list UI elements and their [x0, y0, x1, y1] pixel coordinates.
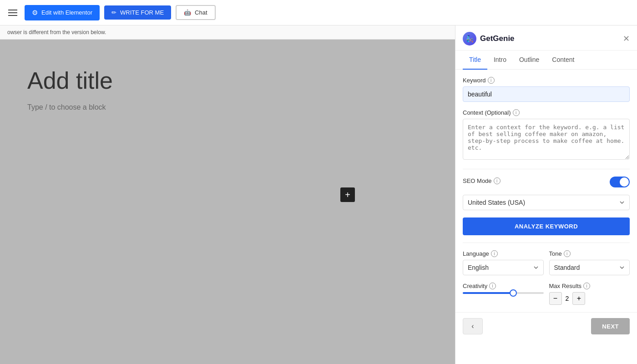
chat-button[interactable]: 🤖 Chat: [176, 5, 215, 20]
panel-content: Keyword i Context (Optional) i SEO Mode …: [455, 70, 637, 312]
plus-icon: +: [345, 190, 350, 200]
max-results-info-icon[interactable]: i: [583, 283, 590, 289]
getgenie-logo-icon: 🧞: [463, 32, 476, 46]
main-layout: owser is different from the version belo…: [0, 25, 637, 364]
language-info-icon[interactable]: i: [491, 250, 498, 257]
creativity-slider-fill: [463, 292, 511, 294]
chat-label: Chat: [195, 9, 207, 16]
edit-elementor-button[interactable]: ⚙ Edit with Elementor: [25, 5, 100, 20]
panel-logo: 🧞 GetGenie: [463, 32, 515, 46]
context-info-icon[interactable]: i: [513, 109, 520, 116]
keyword-field: Keyword i: [463, 77, 630, 102]
tab-content[interactable]: Content: [546, 51, 581, 70]
tab-title[interactable]: Title: [463, 51, 487, 70]
tone-field: Tone i Standard Formal Casual Creative: [549, 250, 630, 275]
seo-mode-row: SEO Mode i: [463, 177, 630, 187]
language-tone-row: Language i English Spanish French German…: [463, 250, 630, 275]
tab-intro[interactable]: Intro: [487, 51, 513, 70]
back-icon: ‹: [471, 322, 474, 330]
editor-area: owser is different from the version belo…: [0, 25, 455, 364]
keyword-info-icon[interactable]: i: [488, 77, 495, 84]
language-label: Language i: [463, 250, 544, 257]
country-field: United States (USA) United Kingdom Canad…: [463, 195, 630, 210]
max-results-decrement-button[interactable]: −: [549, 292, 562, 305]
keyword-input[interactable]: [463, 86, 630, 102]
edit-elementor-label: Edit with Elementor: [41, 9, 92, 16]
keyword-label: Keyword i: [463, 77, 630, 84]
analyze-keyword-button[interactable]: ANALYZE KEYWORD: [463, 217, 630, 235]
max-results-value: 2: [566, 295, 569, 302]
topbar: ⚙ Edit with Elementor ✏ WRITE FOR ME 🤖 C…: [0, 0, 637, 25]
language-field: Language i English Spanish French German: [463, 250, 544, 275]
max-results-label: Max Results i: [549, 283, 630, 289]
divider-1: [463, 169, 630, 169]
chat-icon: 🤖: [184, 9, 191, 16]
creativity-field: Creativity i: [463, 283, 544, 305]
write-icon: ✏: [111, 9, 116, 16]
editor-title[interactable]: Add title: [27, 67, 428, 94]
tone-info-icon[interactable]: i: [564, 250, 571, 257]
divider-2: [463, 243, 630, 243]
tone-select[interactable]: Standard Formal Casual Creative: [549, 260, 630, 275]
context-label: Context (Optional) i: [463, 109, 630, 116]
seo-mode-toggle[interactable]: [610, 177, 630, 187]
right-panel: 🧞 GetGenie ✕ Title Intro Outline Content: [455, 25, 637, 364]
creativity-slider-track[interactable]: [463, 292, 544, 294]
tab-outline[interactable]: Outline: [513, 51, 546, 70]
context-field: Context (Optional) i: [463, 109, 630, 162]
seo-mode-label: SEO Mode i: [463, 177, 500, 184]
panel-close-button[interactable]: ✕: [623, 34, 630, 44]
next-button[interactable]: NEXT: [591, 318, 630, 334]
panel-logo-text: GetGenie: [480, 34, 515, 43]
max-results-increment-button[interactable]: +: [572, 292, 585, 305]
tone-label: Tone i: [549, 250, 630, 257]
editor-block-hint: Type / to choose a block: [27, 103, 428, 111]
country-select[interactable]: United States (USA) United Kingdom Canad…: [463, 195, 630, 210]
panel-tabs: Title Intro Outline Content: [455, 51, 637, 70]
creativity-results-row: Creativity i Max Results i − 2: [463, 283, 630, 305]
elementor-icon: ⚙: [32, 9, 38, 17]
hamburger-menu[interactable]: [5, 7, 20, 19]
panel-footer: ‹ NEXT: [455, 312, 637, 340]
context-textarea[interactable]: [463, 119, 630, 160]
editor-canvas[interactable]: Add title Type / to choose a block: [0, 40, 455, 364]
creativity-info-icon[interactable]: i: [489, 283, 496, 289]
max-results-field: Max Results i − 2 +: [549, 283, 630, 305]
write-for-me-button[interactable]: ✏ WRITE FOR ME: [104, 5, 171, 20]
creativity-label: Creativity i: [463, 283, 544, 289]
seo-mode-info-icon[interactable]: i: [494, 177, 500, 184]
creativity-slider-thumb[interactable]: [510, 289, 517, 297]
toggle-knob: [620, 177, 629, 187]
editor-add-block-button[interactable]: +: [340, 187, 355, 202]
write-label: WRITE FOR ME: [120, 9, 164, 16]
editor-notice: owser is different from the version belo…: [0, 25, 455, 40]
panel-header: 🧞 GetGenie ✕: [455, 25, 637, 51]
language-select[interactable]: English Spanish French German: [463, 260, 544, 275]
back-button[interactable]: ‹: [463, 318, 483, 334]
close-icon: ✕: [623, 34, 630, 43]
